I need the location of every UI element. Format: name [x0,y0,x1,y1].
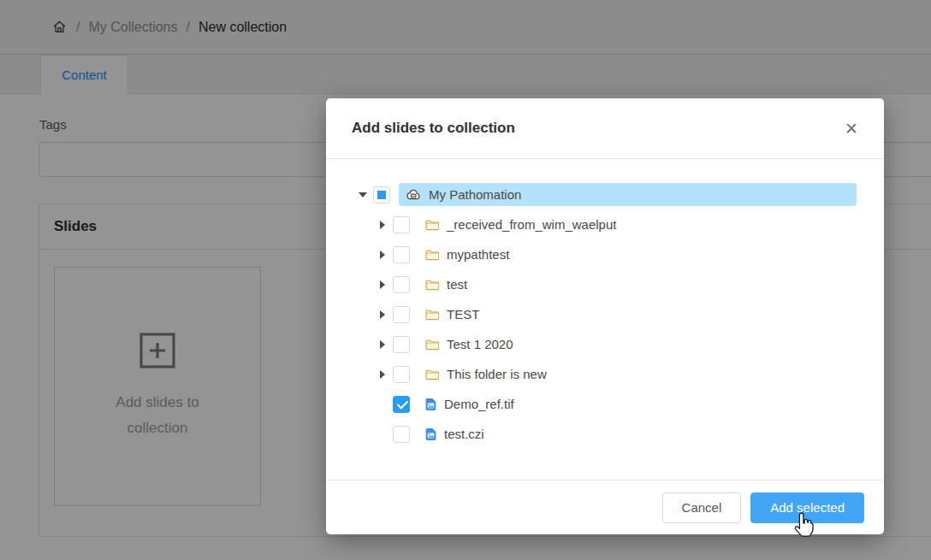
caret-icon[interactable] [376,243,389,266]
close-icon[interactable]: ✕ [845,121,858,137]
tree-item-content[interactable]: Test 1 2020 [418,333,857,356]
folder-icon [425,339,439,351]
tree-item-checkbox[interactable] [393,426,410,443]
tree-item-content[interactable]: My Pathomation [399,183,857,206]
caret-icon[interactable] [356,183,370,206]
folder-icon [425,368,439,380]
cloud-storage-icon [406,188,421,201]
folder-icon [425,309,439,321]
tree-item-checkbox[interactable] [393,396,410,413]
tree-item-content[interactable]: test [418,273,857,296]
caret-icon[interactable] [376,303,389,326]
tree-item-checkbox[interactable] [393,216,410,233]
folder-icon [425,249,439,261]
tree-item-content[interactable]: test.czi [418,422,857,445]
folder-icon [425,279,439,291]
modal-title: Add slides to collection [352,120,515,137]
file-image-icon [425,427,436,441]
folder-tree: My Pathomation [326,159,884,445]
tree-item-label: Demo_ref.tif [444,397,514,411]
add-slides-modal: Add slides to collection ✕ [326,98,884,534]
tree-item-content[interactable]: TEST [418,303,857,326]
tree-item[interactable]: TEST [376,303,857,326]
tree-item-content[interactable]: mypathtest [418,243,857,266]
tree-item[interactable]: My Pathomation [356,183,857,206]
tree-item[interactable]: test.czi [376,422,857,445]
tree-item-checkbox[interactable] [393,246,410,263]
tree-item[interactable]: Demo_ref.tif [376,392,857,416]
caret-icon[interactable] [376,273,389,296]
modal-header: Add slides to collection ✕ [326,98,884,159]
tree-item-label: My Pathomation [429,187,521,202]
tree-item-checkbox[interactable] [393,336,410,353]
tree-item-label: test [447,277,467,292]
tree-item-content[interactable]: This folder is new [418,363,857,386]
tree-item-label: Test 1 2020 [447,337,513,351]
modal-footer: Cancel Add selected [326,480,884,534]
add-selected-button[interactable]: Add selected [750,492,864,523]
tree-item[interactable]: _received_from_wim_waelput [376,213,857,236]
tree-item[interactable]: test [376,273,857,296]
tree-item-checkbox[interactable] [393,276,410,293]
tree-item-checkbox[interactable] [393,306,410,323]
tree-item-label: mypathtest [447,247,509,262]
tree-item-label: TEST [447,307,479,321]
caret-icon[interactable] [376,422,389,445]
tree-item-content[interactable]: _received_from_wim_waelput [418,213,857,236]
tree-item[interactable]: mypathtest [376,243,857,266]
caret-icon[interactable] [376,392,389,416]
file-image-icon [425,398,436,411]
tree-item-content[interactable]: Demo_ref.tif [418,392,857,416]
tree-item[interactable]: Test 1 2020 [376,333,857,356]
tree-item-label: test.czi [444,427,484,441]
tree-item[interactable]: This folder is new [376,363,857,386]
tree-item-label: _received_from_wim_waelput [447,217,616,232]
folder-icon [425,219,439,231]
tree-item-label: This folder is new [447,367,547,381]
caret-icon[interactable] [376,363,389,386]
caret-icon[interactable] [376,333,389,356]
caret-icon[interactable] [376,213,389,236]
tree-item-checkbox[interactable] [393,366,410,383]
tree-item-checkbox[interactable] [373,186,390,203]
cancel-button[interactable]: Cancel [662,492,742,523]
